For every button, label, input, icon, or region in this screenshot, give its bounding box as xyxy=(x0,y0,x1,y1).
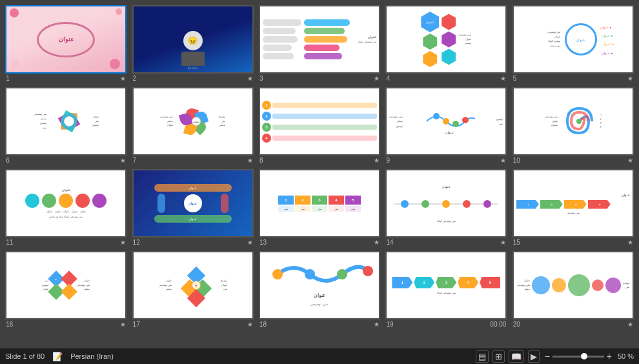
slide-meta-19: 19 00:00 xyxy=(385,319,507,328)
slide-item-13[interactable]: 1 متن 2 متن 3 متن 4 متن 5 متن xyxy=(258,169,381,246)
reading-view-icon[interactable]: 📖 xyxy=(509,350,524,363)
slide-meta-18: 18 ★ xyxy=(259,319,380,328)
slide-item-8[interactable]: 1 2 3 4 8 ★ xyxy=(258,87,381,164)
slide-meta-6: 6 ★ xyxy=(5,156,127,164)
slide-thumb-4[interactable]: عنوان متن توضیحیعنوانتوضیح xyxy=(385,5,507,74)
slide-meta-17: 17 ★ xyxy=(132,319,254,328)
slide-number-5: 5 xyxy=(513,75,517,82)
zoom-minus-button[interactable]: − xyxy=(545,351,550,361)
star-icon-18: ★ xyxy=(374,321,380,328)
slide-thumb-18[interactable]: عنوان متن توضیحی xyxy=(259,251,380,319)
normal-view-icon[interactable]: ▤ xyxy=(476,350,489,363)
slideshow-icon[interactable]: ▶ xyxy=(528,350,540,363)
slide-thumb-15[interactable]: عنوان ۰۱ ۰۲ ۰۳ ۰۴ متن توضیحی xyxy=(512,169,634,238)
svg-point-1 xyxy=(443,118,449,125)
star-icon-3: ★ xyxy=(374,75,380,82)
slide-meta-12: 12 ★ xyxy=(132,238,254,246)
slide-thumb-14[interactable]: عنوان متن توضیحی کوتاه xyxy=(385,169,507,238)
slide-item-9[interactable]: متن توضیحیبیشترتوضیح عنوان توضیحمتن xyxy=(384,87,508,164)
slide-number-2: 2 xyxy=(133,75,137,82)
view-icons: ▤ ⊞ 📖 ▶ xyxy=(476,350,540,363)
slide-thumb-12[interactable]: عنوان عنوان عنوان xyxy=(132,169,254,238)
slide-item-18[interactable]: عنوان متن توضیحی 18 ★ xyxy=(258,251,381,328)
slide-item-3[interactable]: عنوان متن توضیحی کوتاه 3 ★ xyxy=(258,5,381,82)
slide-number-4: 4 xyxy=(386,75,390,82)
svg-point-2 xyxy=(452,121,459,127)
star-icon-1: ★ xyxy=(120,75,126,82)
grid-view-icon[interactable]: ⊞ xyxy=(492,350,505,363)
slide-thumb-1[interactable]: عنوان xyxy=(5,5,127,74)
star-icon-2: ★ xyxy=(247,75,253,82)
slide-thumb-16[interactable]: متنتوضیحعنوان ● عنوانمتن توضیحیبیشتر xyxy=(5,251,127,319)
slide-item-14[interactable]: عنوان متن توضیحی کوتاه 14 ★ xyxy=(384,169,508,246)
slide-meta-7: 7 ★ xyxy=(132,156,254,164)
slide-item-10[interactable]: متن توضیحیعنوانتوضیح ۱۲۳۴ 10 ★ xyxy=(511,87,635,164)
notes-icon[interactable]: 📝 xyxy=(52,352,63,361)
star-icon-14: ★ xyxy=(500,239,506,246)
zoom-control: − + 50 % xyxy=(545,351,634,361)
slide-number-16: 16 xyxy=(6,321,13,328)
slide-meta-5: 5 ★ xyxy=(512,74,634,82)
slide-meta-3: 3 ★ xyxy=(259,74,380,82)
star-icon-8: ★ xyxy=(374,157,380,164)
star-icon-11: ★ xyxy=(120,239,126,246)
slide-item-15[interactable]: عنوان ۰۱ ۰۲ ۰۳ ۰۴ متن توضیحی 15 ★ xyxy=(511,169,635,246)
slide-number-17: 17 xyxy=(133,321,140,328)
slide-item-1[interactable]: عنوان 1 ★ xyxy=(4,5,128,82)
svg-point-6 xyxy=(305,269,315,279)
zoom-percent: 50 % xyxy=(614,352,634,360)
zoom-slider[interactable] xyxy=(553,356,604,358)
slide-item-2[interactable]: 😠 موضوع 2 ★ xyxy=(130,5,254,82)
slides-panel[interactable]: عنوان 1 ★ 😠 موضوع 2 ★ xyxy=(0,0,639,348)
svg-point-0 xyxy=(433,113,440,119)
slide-meta-11: 11 ★ xyxy=(5,238,127,246)
star-icon-17: ★ xyxy=(247,321,253,328)
status-left: Slide 1 of 80 📝 Persian (Iran) xyxy=(5,352,114,361)
slide-item-20[interactable]: عنوانمتن توضیحیبیشتر توضیحمتن 20 ★ xyxy=(511,251,635,328)
slide-number-10: 10 xyxy=(513,157,520,164)
slide-item-17[interactable]: عنوانمتن توضیحیبیشتر ★ توضیحعنوانمتن 17 … xyxy=(130,251,254,328)
slide-thumb-19[interactable]: 1 2 3 4 5 متن توضیحی کوتاه xyxy=(385,251,507,319)
slide-thumb-9[interactable]: متن توضیحیبیشترتوضیح عنوان توضیحمتن xyxy=(385,87,507,156)
slide-item-16[interactable]: متنتوضیحعنوان ● عنوانمتن توضیحیبیشتر xyxy=(4,251,128,328)
slide-item-19[interactable]: 1 2 3 4 5 متن توضیحی کوتاه 19 00:00 xyxy=(384,251,508,328)
slide-thumb-10[interactable]: متن توضیحیعنوانتوضیح ۱۲۳۴ xyxy=(512,87,634,156)
slide-meta-15: 15 ★ xyxy=(512,238,634,246)
slide-thumb-11[interactable]: عنوان عنوانعنوانعنوانعنوانعنوان متن توضی… xyxy=(5,169,127,238)
slide-meta-1: 1 ★ xyxy=(5,74,127,82)
slide-number-7: 7 xyxy=(133,157,137,164)
svg-point-5 xyxy=(272,269,283,279)
slide-number-3: 3 xyxy=(259,75,263,82)
slide-info: Slide 1 of 80 xyxy=(5,352,45,360)
slide-thumb-3[interactable]: عنوان متن توضیحی کوتاه xyxy=(259,5,380,74)
zoom-plus-button[interactable]: + xyxy=(607,351,612,361)
slide-thumb-20[interactable]: عنوانمتن توضیحیبیشتر توضیحمتن xyxy=(512,251,634,319)
slide-item-4[interactable]: عنوان متن توضیحیعنوانتوضیح 4 ★ xyxy=(384,5,508,82)
svg-text:متن توضیحی: متن توضیحی xyxy=(310,302,328,307)
svg-point-8 xyxy=(363,266,373,276)
star-icon-10: ★ xyxy=(627,157,633,164)
slide-number-18: 18 xyxy=(259,321,267,328)
slide-thumb-8[interactable]: 1 2 3 4 xyxy=(259,87,380,156)
slide-meta-10: 10 ★ xyxy=(512,156,634,164)
star-icon-5: ★ xyxy=(627,75,633,82)
slide-item-7[interactable]: متن توضیحیبیشترعنوان عنوان توضیحمتنبیشتر xyxy=(130,87,254,164)
slide-meta-13: 13 ★ xyxy=(259,238,380,246)
slide-thumb-6[interactable]: متن توضیحیبیشترتوضیحمتن عنوانمتنتوضیح xyxy=(5,87,127,156)
slide-item-12[interactable]: عنوان عنوان عنوان 12 ★ xyxy=(130,169,254,246)
slide-number-19: 19 xyxy=(386,321,393,328)
slide-thumb-17[interactable]: عنوانمتن توضیحیبیشتر ★ توضیحعنوانمتن xyxy=(132,251,254,319)
slide-number-14: 14 xyxy=(386,239,393,246)
svg-point-7 xyxy=(337,269,347,279)
slide-meta-16: 16 ★ xyxy=(5,319,127,328)
slide-number-13: 13 xyxy=(259,239,267,246)
slide-thumb-5[interactable]: متن توضیحیعنوانتوضیح کوتاهمتن بیشتر عنوا… xyxy=(512,5,634,74)
slide-item-11[interactable]: عنوان عنوانعنوانعنوانعنوانعنوان متن توضی… xyxy=(4,169,128,246)
slide-thumb-13[interactable]: 1 متن 2 متن 3 متن 4 متن 5 متن xyxy=(259,169,380,238)
slide-number-12: 12 xyxy=(133,239,140,246)
slide-thumb-7[interactable]: متن توضیحیبیشترعنوان عنوان توضیحمتنبیشتر xyxy=(132,87,254,156)
zoom-thumb[interactable] xyxy=(581,353,587,359)
slide-thumb-2[interactable]: 😠 موضوع xyxy=(132,5,254,74)
slide-item-5[interactable]: متن توضیحیعنوانتوضیح کوتاهمتن بیشتر عنوا… xyxy=(511,5,635,82)
slide-item-6[interactable]: متن توضیحیبیشترتوضیحمتن عنوانمتنتوضیح xyxy=(4,87,128,164)
